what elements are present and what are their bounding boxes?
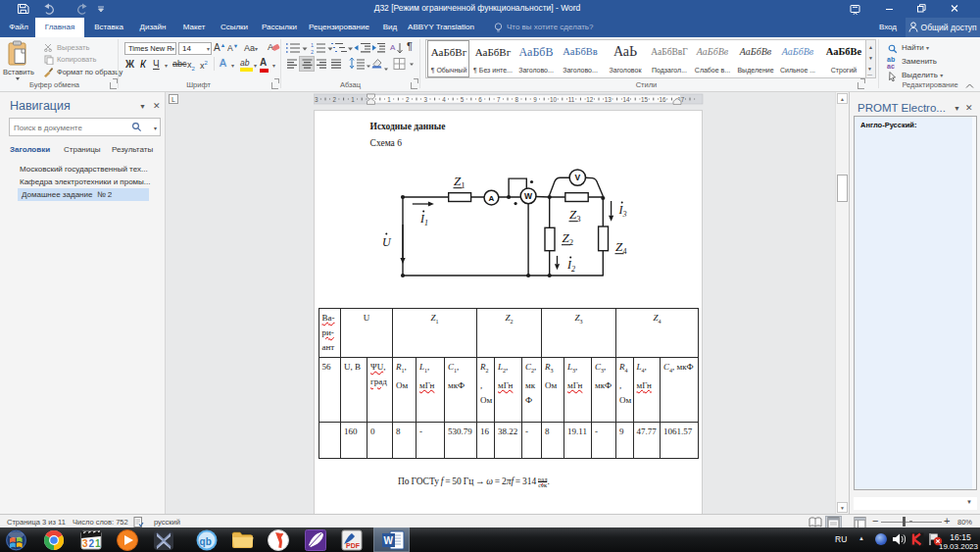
- svg-text:1: 1: [95, 538, 101, 549]
- svg-text:I3: I3: [618, 203, 627, 219]
- svg-text:3: 3: [82, 538, 88, 549]
- svg-text:V: V: [574, 173, 580, 182]
- svg-text:2: 2: [333, 96, 337, 103]
- svg-text:3: 3: [424, 96, 428, 103]
- svg-text:13: 13: [605, 96, 612, 103]
- svg-text:2: 2: [89, 538, 95, 549]
- svg-text:1: 1: [351, 96, 355, 103]
- svg-text:3: 3: [315, 96, 318, 103]
- svg-text:W: W: [524, 191, 533, 201]
- svg-text:7: 7: [497, 96, 501, 103]
- svg-text:A: A: [489, 194, 495, 203]
- svg-text:15: 15: [641, 96, 649, 103]
- svg-text:11: 11: [568, 96, 575, 103]
- svg-text:14: 14: [622, 96, 630, 103]
- svg-text:qb: qb: [200, 536, 212, 547]
- svg-text:10: 10: [550, 96, 558, 103]
- svg-text:6: 6: [478, 96, 482, 103]
- svg-text:PDF: PDF: [346, 542, 361, 549]
- svg-text:I2: I2: [566, 258, 575, 274]
- svg-text:1: 1: [387, 96, 391, 103]
- svg-text:4: 4: [442, 96, 446, 103]
- svg-text:16: 16: [660, 96, 667, 103]
- svg-text:5: 5: [461, 96, 465, 103]
- svg-text:2: 2: [406, 96, 410, 103]
- svg-text:U: U: [382, 235, 392, 249]
- svg-text:8: 8: [515, 96, 519, 103]
- svg-text:9: 9: [533, 96, 537, 103]
- svg-text:I1: I1: [419, 212, 428, 227]
- svg-text:12: 12: [586, 96, 594, 103]
- svg-text:W: W: [384, 535, 394, 546]
